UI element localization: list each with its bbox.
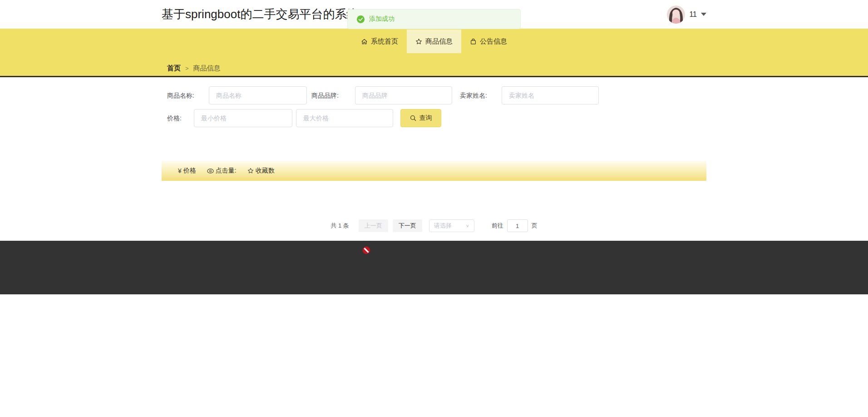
- nav-band: 系统首页 商品信息 公告信息 首页 > 商品信息: [0, 29, 868, 77]
- sort-by-favorites[interactable]: 收藏数: [247, 167, 275, 175]
- page-size-select[interactable]: 请选择 ∨: [429, 219, 474, 232]
- avatar-image: [667, 5, 685, 24]
- page-footer: [0, 241, 868, 294]
- breadcrumb-home[interactable]: 首页: [167, 64, 181, 73]
- product-brand-label: 商品品牌:: [311, 86, 339, 104]
- success-toast: 添加成功: [347, 9, 521, 29]
- goto-suffix: 页: [532, 222, 538, 230]
- tab-system-home[interactable]: 系统首页: [352, 30, 407, 53]
- sort-favorites-label: 收藏数: [256, 167, 275, 175]
- page-size-select-value: 请选择: [434, 222, 452, 230]
- prev-page-button[interactable]: 上一页: [359, 219, 388, 232]
- goto-page: 前往 页: [492, 219, 538, 232]
- bag-icon: [470, 38, 477, 45]
- seller-name-label: 卖家姓名:: [460, 86, 487, 104]
- price-label: 价格:: [167, 109, 182, 127]
- username[interactable]: 11: [689, 10, 697, 19]
- sort-by-price[interactable]: ¥ 价格: [178, 167, 196, 175]
- home-icon: [361, 38, 368, 45]
- tab-announcement-info[interactable]: 公告信息: [461, 30, 516, 53]
- product-name-label: 商品名称:: [167, 86, 194, 104]
- pagination-total: 共 1 条: [330, 222, 349, 230]
- user-menu[interactable]: 11: [667, 0, 706, 29]
- avatar[interactable]: [667, 5, 685, 24]
- nav-tabs: 系统首页 商品信息 公告信息: [352, 30, 516, 53]
- product-name-input[interactable]: [209, 86, 307, 104]
- success-check-icon: [357, 15, 365, 23]
- product-brand-input[interactable]: [355, 86, 452, 104]
- seller-name-input[interactable]: [502, 86, 599, 104]
- next-page-button[interactable]: 下一页: [393, 219, 422, 232]
- eye-icon: [207, 169, 214, 174]
- price-min-input[interactable]: [194, 109, 292, 127]
- broken-image-icon: [362, 246, 370, 254]
- toast-message: 添加成功: [369, 15, 395, 23]
- chevron-down-icon: [701, 13, 706, 16]
- tab-product-info[interactable]: 商品信息: [407, 30, 461, 53]
- page-title: 基于springboot的二手交易平台的系统: [162, 0, 358, 29]
- tab-label: 商品信息: [425, 37, 453, 46]
- sort-clicks-label: 点击量:: [216, 167, 237, 175]
- breadcrumb-separator: >: [185, 65, 189, 72]
- breadcrumb-current: 商品信息: [193, 64, 221, 73]
- query-button-label: 查询: [419, 114, 432, 122]
- price-max-input[interactable]: [296, 109, 393, 127]
- chevron-down-icon: ∨: [466, 223, 469, 228]
- yen-icon: ¥: [178, 167, 182, 174]
- main-content: 商品名称: 商品品牌: 卖家姓名: 价格: 查询 ¥ 价格 点击量:: [162, 77, 706, 241]
- tab-label: 系统首页: [371, 37, 398, 46]
- star-outline-icon: [247, 168, 254, 174]
- pagination: 共 1 条 上一页 下一页 请选择 ∨ 前往 页: [162, 219, 706, 232]
- sort-price-label: 价格: [183, 167, 196, 175]
- sort-by-clicks[interactable]: 点击量:: [207, 167, 237, 175]
- sort-bar: ¥ 价格 点击量: 收藏数: [162, 161, 706, 181]
- tab-label: 公告信息: [480, 37, 507, 46]
- breadcrumb: 首页 > 商品信息: [167, 64, 221, 73]
- goto-page-input[interactable]: [507, 219, 528, 232]
- star-icon: [415, 38, 422, 45]
- query-button[interactable]: 查询: [400, 109, 441, 127]
- goto-prefix: 前往: [492, 222, 503, 230]
- search-icon: [410, 115, 416, 121]
- page: { "header": { "title": "基于springboot的二手交…: [0, 0, 868, 417]
